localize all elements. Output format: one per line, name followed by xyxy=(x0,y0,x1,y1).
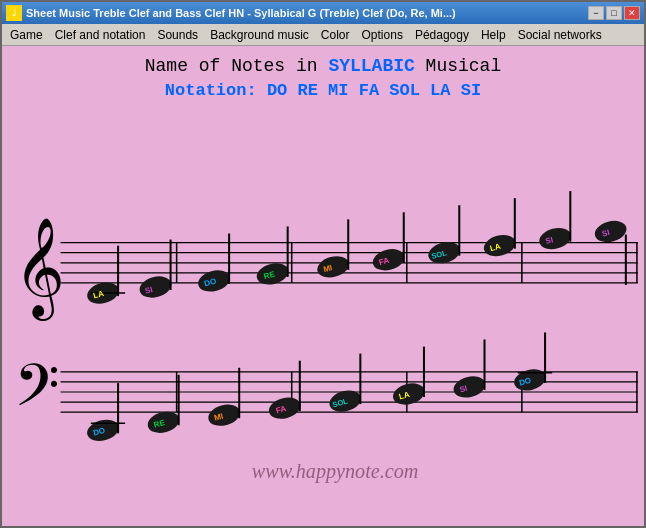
menu-game[interactable]: Game xyxy=(4,26,49,44)
app-window: ♩ Sheet Music Treble Clef and Bass Clef … xyxy=(0,0,646,528)
note-mi-bass xyxy=(206,401,242,429)
menu-bar: Game Clef and notation Sounds Background… xyxy=(2,24,644,46)
bass-clef: 𝄢 xyxy=(14,354,60,432)
title-bar-left: ♩ Sheet Music Treble Clef and Bass Clef … xyxy=(6,5,456,21)
menu-sounds[interactable]: Sounds xyxy=(151,26,204,44)
note-si-2 xyxy=(537,225,573,253)
window-title: Sheet Music Treble Clef and Bass Clef HN… xyxy=(26,7,456,19)
menu-help[interactable]: Help xyxy=(475,26,512,44)
note-si-bass xyxy=(451,373,487,401)
note-si-high xyxy=(592,218,628,246)
menu-color[interactable]: Color xyxy=(315,26,356,44)
menu-social-networks[interactable]: Social networks xyxy=(512,26,608,44)
note-mi-2 xyxy=(315,253,351,281)
sheet-music: 𝄞 LA SI DO RE xyxy=(2,46,644,526)
app-icon: ♩ xyxy=(6,5,22,21)
menu-background-music[interactable]: Background music xyxy=(204,26,315,44)
maximize-button[interactable]: □ xyxy=(606,6,622,20)
watermark: www.happynote.com xyxy=(252,460,419,483)
close-button[interactable]: ✕ xyxy=(624,6,640,20)
title-bar: ♩ Sheet Music Treble Clef and Bass Clef … xyxy=(2,2,644,24)
window-controls[interactable]: − □ ✕ xyxy=(588,6,640,20)
menu-pedagogy[interactable]: Pédagogy xyxy=(409,26,475,44)
minimize-button[interactable]: − xyxy=(588,6,604,20)
menu-clef-notation[interactable]: Clef and notation xyxy=(49,26,152,44)
menu-options[interactable]: Options xyxy=(356,26,409,44)
note-si-1 xyxy=(137,273,173,301)
treble-clef-1: 𝄞 xyxy=(14,218,65,322)
main-content: Name of Notes in SYLLABIC Musical Notati… xyxy=(2,46,644,526)
